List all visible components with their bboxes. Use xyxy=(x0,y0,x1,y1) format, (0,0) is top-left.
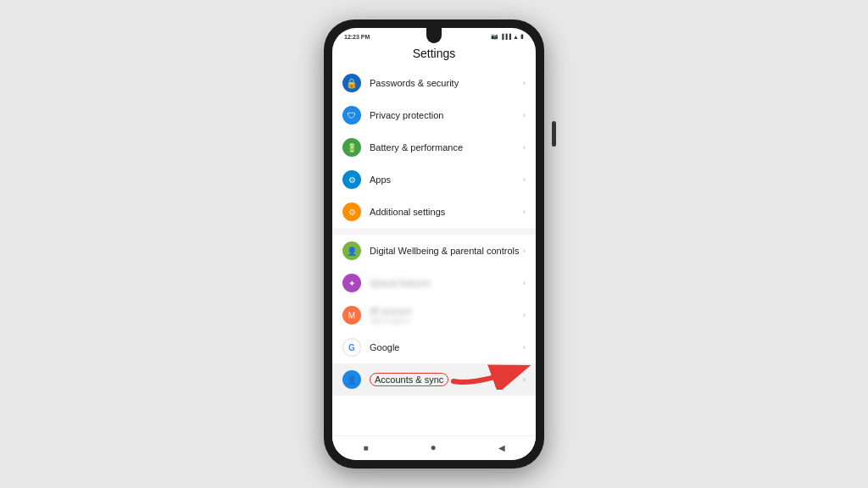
chevron-icon: › xyxy=(523,208,526,216)
settings-item-blurred1[interactable]: ✦ Special features › xyxy=(332,267,536,299)
apps-icon: ⚙ xyxy=(342,170,361,189)
nav-back-button[interactable]: ◀ xyxy=(498,443,505,452)
privacy-label: Privacy protection xyxy=(370,109,523,121)
page-title: Settings xyxy=(332,42,536,67)
phone-screen: 12:23 PM 📷 ▐▐▐ ▲ ▮ Settings 🔒 Passwords … xyxy=(332,28,536,460)
battery-icon: 🔋 xyxy=(342,138,361,157)
accounts-icon: 👤 xyxy=(342,370,361,389)
blurred1-icon: ✦ xyxy=(342,274,361,292)
wifi-icon: ▲ xyxy=(513,34,519,40)
wellbeing-label: Digital Wellbeing & parental controls xyxy=(370,245,523,257)
shield-icon: 🛡 xyxy=(342,106,361,125)
chevron-icon: › xyxy=(523,143,526,152)
chevron-icon: › xyxy=(523,79,526,87)
chevron-icon: › xyxy=(523,311,526,319)
miaccount-icon: M xyxy=(342,306,361,324)
red-arrow xyxy=(449,347,542,390)
miaccount-sub: Tap to sign in xyxy=(370,317,523,324)
time-display: 12:23 PM xyxy=(344,34,370,40)
settings-item-privacy[interactable]: 🛡 Privacy protection › xyxy=(332,99,536,131)
settings-item-additional[interactable]: ⚙ Additional settings › xyxy=(332,196,536,228)
wellbeing-icon: 👤 xyxy=(342,241,361,260)
chevron-icon: › xyxy=(523,175,526,184)
bottom-nav: ■ ● ◀ xyxy=(332,435,536,460)
battery-label: Battery & performance xyxy=(370,141,523,153)
passwords-label: Passwords & security xyxy=(370,77,523,89)
additional-label: Additional settings xyxy=(370,206,523,218)
divider-1 xyxy=(332,228,536,235)
status-icons: 📷 ▐▐▐ ▲ ▮ xyxy=(491,33,524,40)
miaccount-label: MI account xyxy=(370,306,523,317)
chevron-icon: › xyxy=(523,247,526,255)
nav-recent-button[interactable]: ■ xyxy=(363,443,368,452)
google-icon: G xyxy=(342,338,361,357)
signal-icon: ▐▐▐ xyxy=(500,34,511,39)
settings-item-wellbeing[interactable]: 👤 Digital Wellbeing & parental controls … xyxy=(332,235,536,267)
settings-item-apps[interactable]: ⚙ Apps › xyxy=(332,164,536,196)
lock-icon: 🔒 xyxy=(342,74,361,92)
additional-icon: ⚙ xyxy=(342,202,361,221)
settings-item-passwords[interactable]: 🔒 Passwords & security › xyxy=(332,67,536,99)
nav-home-button[interactable]: ● xyxy=(430,441,436,453)
battery-icon: ▮ xyxy=(520,33,524,40)
phone-frame: 12:23 PM 📷 ▐▐▐ ▲ ▮ Settings 🔒 Passwords … xyxy=(324,19,544,469)
chevron-icon: › xyxy=(523,279,526,287)
settings-item-miaccount[interactable]: M MI account Tap to sign in › xyxy=(332,299,536,331)
blurred1-label: Special features xyxy=(370,278,523,289)
camera-icon: 📷 xyxy=(491,33,498,40)
apps-label: Apps xyxy=(370,174,523,186)
volume-button xyxy=(552,121,556,147)
chevron-icon: › xyxy=(523,111,526,119)
settings-item-battery[interactable]: 🔋 Battery & performance › xyxy=(332,131,536,164)
notch xyxy=(426,28,442,43)
